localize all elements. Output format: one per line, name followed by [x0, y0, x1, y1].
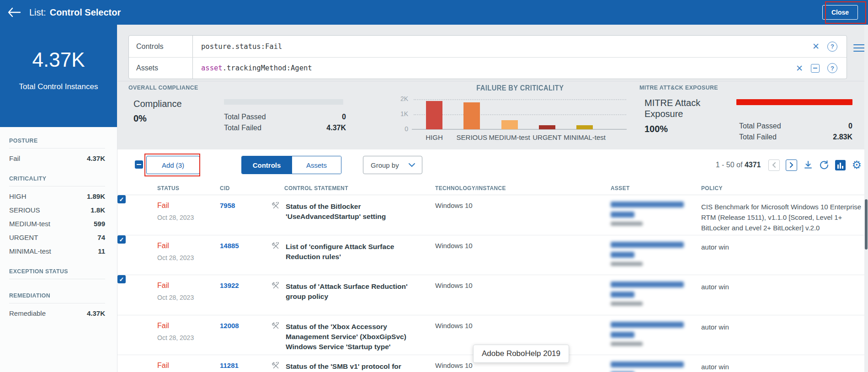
status-value: Fail — [157, 242, 212, 250]
prev-page-button[interactable] — [768, 159, 780, 171]
asset-redacted[interactable] — [611, 361, 693, 372]
control-statement[interactable]: Status of the 'Xbox Accessory Management… — [286, 322, 423, 352]
sidebar-section-title-text: EXCEPTION STATUS — [9, 268, 68, 275]
status-cell: FailOct 28, 2023 — [157, 242, 212, 261]
close-button[interactable]: Close — [822, 5, 858, 20]
technology-cell: Windows 10 — [435, 202, 473, 209]
column-header-cid[interactable]: CID — [220, 185, 231, 191]
sidebar-item-urgent[interactable]: URGENT74 — [9, 228, 105, 241]
row-checkbox[interactable]: ✓ — [117, 275, 126, 283]
sidebar-item-label: Remediable — [9, 309, 46, 317]
overall-compliance-title: OVERALL COMPLIANCE — [128, 84, 198, 91]
total-instances-box: 4.37K Total Control Instances — [0, 25, 117, 127]
asset-redacted[interactable] — [611, 202, 693, 230]
asset-redacted[interactable] — [611, 282, 693, 310]
cid-link[interactable]: 11281 — [220, 361, 239, 369]
column-header-policy[interactable]: POLICY — [701, 185, 724, 191]
cid-link[interactable]: 13922 — [220, 282, 239, 289]
table-row[interactable]: ✓FailOct 28, 202313922Status of 'Attack … — [117, 275, 868, 315]
control-statement[interactable]: Status of 'Attack Surface Reduction' gro… — [286, 282, 423, 302]
download-icon[interactable] — [803, 160, 813, 170]
menu-icon[interactable] — [853, 42, 865, 54]
status-date: Oct 28, 2023 — [157, 254, 212, 261]
control-statement[interactable]: List of 'configure Attack Surface Reduct… — [286, 242, 423, 262]
status-cell: FailOct 28, 2023 — [157, 202, 212, 221]
back-arrow-icon[interactable] — [7, 5, 26, 20]
column-header-control-statement[interactable]: CONTROL STATEMENT — [284, 185, 354, 191]
column-header-asset[interactable]: ASSET — [611, 185, 631, 191]
scrollbar-thumb[interactable] — [865, 199, 868, 250]
status-cell: Fail — [157, 361, 212, 370]
policy-cell: CIS Benchmark for Microsoft Windows 10 E… — [701, 202, 864, 233]
page-title: List:Control Selector — [29, 7, 121, 18]
sidebar-item-minimal-test[interactable]: MINIMAL-test11 — [9, 241, 105, 255]
mitre-section-title: MITRE ATT&CK EXPOSURE — [639, 84, 718, 91]
sidebar: 4.37K Total Control Instances POSTUREFai… — [0, 25, 117, 372]
sidebar-item-label: MEDIUM-test — [9, 220, 50, 228]
controls-query-input[interactable]: posture.status:Fail — [193, 36, 812, 57]
sidebar-item-label: HIGH — [9, 192, 27, 200]
asset-blur-line — [611, 242, 684, 248]
page-title-name: Control Selector — [50, 7, 121, 17]
tab-controls[interactable]: Controls — [242, 156, 292, 174]
compliance-failed-value: 4.37K — [326, 124, 346, 132]
refresh-icon[interactable] — [819, 160, 829, 170]
technology-cell: Windows 10 — [435, 322, 473, 329]
chart-cat-label-urgent: URGENT — [533, 133, 561, 141]
assets-query-input[interactable]: asset.trackingMethod:Agent — [193, 58, 796, 79]
compliance-label: Compliance — [133, 98, 182, 109]
sidebar-item-value: 1.8K — [91, 206, 105, 214]
next-page-button[interactable] — [786, 159, 797, 171]
cid-link[interactable]: 12008 — [220, 322, 239, 329]
sidebar-item-high[interactable]: HIGH1.89K — [9, 186, 105, 200]
clear-assets-filter-icon[interactable]: ✕ — [796, 64, 803, 73]
vertical-scrollbar[interactable] — [864, 25, 868, 372]
sidebar-item-value: 11 — [98, 247, 105, 255]
failure-by-criticality-chart — [414, 99, 626, 129]
chart-ytick: 1K — [373, 110, 408, 117]
sidebar-section-remediation: REMEDIATIONRemediable4.37K — [0, 282, 117, 320]
group-by-label: Group by — [371, 161, 399, 169]
column-header-technology-instance[interactable]: TECHNOLOGY/INSTANCE — [435, 185, 512, 191]
exclude-assets-filter-icon[interactable] — [811, 64, 820, 73]
row-checkbox[interactable]: ✓ — [117, 235, 126, 244]
cid-link[interactable]: 14885 — [220, 242, 239, 250]
sidebar-section-posture: POSTUREFail4.37K — [0, 127, 117, 165]
help-assets-icon[interactable]: ? — [827, 63, 837, 73]
filter-box: Controls posture.status:Fail ✕ ? Assets … — [128, 35, 847, 79]
help-controls-icon[interactable]: ? — [827, 42, 837, 52]
sidebar-item-remediable[interactable]: Remediable4.37K — [9, 303, 105, 317]
sidebar-sections: POSTUREFail4.37KCRITICALITYHIGH1.89KSERI… — [0, 127, 117, 320]
chart-view-icon[interactable] — [835, 160, 846, 170]
chart-bar-minimal-test — [576, 125, 593, 129]
sidebar-item-fail[interactable]: Fail4.37K — [9, 149, 105, 162]
failure-chart-title: FAILURE BY CRITICALITY — [476, 84, 564, 92]
cid-link[interactable]: 7958 — [220, 202, 235, 209]
select-all-checkbox[interactable] — [135, 160, 143, 169]
sidebar-item-serious[interactable]: SERIOUS1.8K — [9, 200, 105, 214]
technology-cell: Windows 10 — [435, 282, 473, 289]
compliance-passed-label: Total Passed — [224, 113, 266, 121]
control-statement[interactable]: Status of the 'SMB v1' protocol for — [286, 361, 423, 372]
pagination-range: 1 - 50 of 4371 — [716, 161, 761, 169]
asset-blur-line — [611, 202, 684, 207]
sidebar-item-medium-test[interactable]: MEDIUM-test599 — [9, 214, 105, 228]
control-statement[interactable]: Status of the Bitlocker 'UseAdvancedStar… — [286, 202, 423, 222]
clear-controls-filter-icon[interactable]: ✕ — [812, 42, 820, 51]
compliance-progress-bar — [224, 99, 343, 105]
row-checkbox[interactable]: ✓ — [117, 195, 126, 203]
table-row[interactable]: ✓FailOct 28, 20237958Status of the Bitlo… — [117, 195, 868, 235]
group-by-dropdown[interactable]: Group by — [363, 156, 422, 174]
asset-blur-line — [611, 332, 634, 338]
technology-cell: Windows 10 — [435, 361, 473, 369]
gear-icon[interactable]: ⚙ — [852, 159, 862, 170]
compliance-failed-label: Total Failed — [224, 124, 261, 132]
tab-assets[interactable]: Assets — [292, 156, 341, 174]
sidebar-section-title-text: REMEDIATION — [9, 292, 50, 299]
asset-redacted[interactable] — [611, 242, 693, 270]
column-header-status[interactable]: STATUS — [157, 185, 181, 191]
add-button[interactable]: Add (3) — [146, 156, 200, 174]
asset-redacted[interactable] — [611, 322, 693, 350]
sidebar-item-label: Fail — [9, 154, 20, 162]
table-row[interactable]: ✓FailOct 28, 202314885List of 'configure… — [117, 235, 868, 275]
